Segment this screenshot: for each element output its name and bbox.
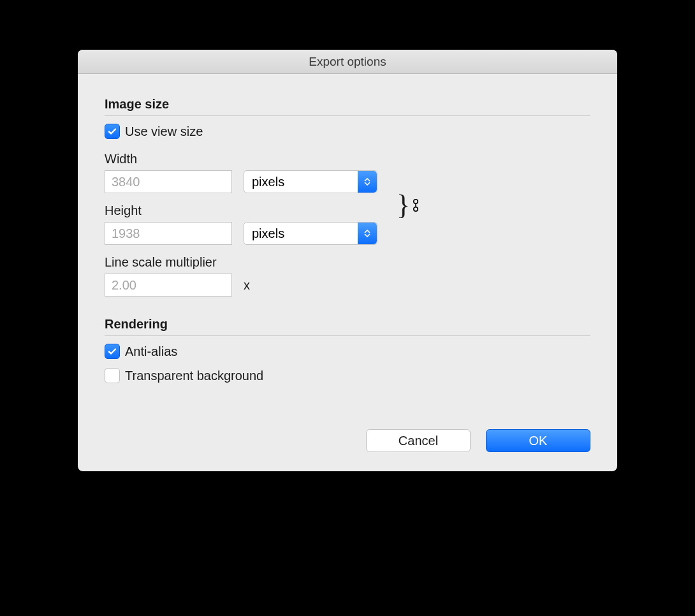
use-view-size-label: Use view size xyxy=(125,124,203,139)
dimensions-group: Width pixels Height pixels xyxy=(105,148,590,251)
aspect-lock-indicator[interactable]: } xyxy=(397,191,420,219)
dialog-content: Image size Use view size Width pixels xyxy=(78,74,617,471)
dimensions-fields: Width pixels Height pixels xyxy=(105,148,377,251)
brace-icon: } xyxy=(397,191,410,219)
anti-alias-checkbox[interactable] xyxy=(105,344,120,359)
height-unit-value: pixels xyxy=(252,226,284,241)
dialog-buttons: Cancel OK xyxy=(105,429,590,452)
use-view-size-checkbox[interactable] xyxy=(105,124,120,139)
transparent-bg-label: Transparent background xyxy=(125,369,263,383)
width-input[interactable] xyxy=(105,170,232,193)
height-label: Height xyxy=(105,203,377,218)
cancel-button[interactable]: Cancel xyxy=(366,429,471,452)
ok-button[interactable]: OK xyxy=(486,429,590,452)
line-scale-label: Line scale multiplier xyxy=(105,255,590,270)
select-stepper-icon xyxy=(358,171,377,193)
checkmark-icon xyxy=(107,346,117,356)
line-scale-suffix: x xyxy=(244,278,250,293)
anti-alias-label: Anti-alias xyxy=(125,344,177,359)
transparent-bg-row: Transparent background xyxy=(105,368,590,383)
height-unit-select[interactable]: pixels xyxy=(244,222,377,245)
rendering-header: Rendering xyxy=(105,317,590,336)
dialog-titlebar: Export options xyxy=(78,50,617,74)
ok-button-label: OK xyxy=(529,434,548,448)
export-options-dialog: Export options Image size Use view size … xyxy=(78,50,617,471)
dialog-title: Export options xyxy=(309,55,386,69)
link-icon xyxy=(411,193,420,218)
select-stepper-icon xyxy=(358,223,377,244)
svg-point-0 xyxy=(414,200,418,203)
anti-alias-row: Anti-alias xyxy=(105,344,590,359)
use-view-size-row: Use view size xyxy=(105,124,590,139)
width-row: pixels xyxy=(105,170,377,193)
image-size-header: Image size xyxy=(105,97,590,116)
line-scale-row: x xyxy=(105,274,590,297)
width-unit-value: pixels xyxy=(252,175,284,189)
cancel-button-label: Cancel xyxy=(399,434,438,448)
height-row: pixels xyxy=(105,222,377,245)
checkmark-icon xyxy=(107,126,117,136)
height-input[interactable] xyxy=(105,222,232,245)
transparent-bg-checkbox[interactable] xyxy=(105,368,120,383)
width-label: Width xyxy=(105,152,377,166)
line-scale-input[interactable] xyxy=(105,274,232,297)
width-unit-select[interactable]: pixels xyxy=(244,170,377,193)
svg-point-1 xyxy=(414,207,418,211)
